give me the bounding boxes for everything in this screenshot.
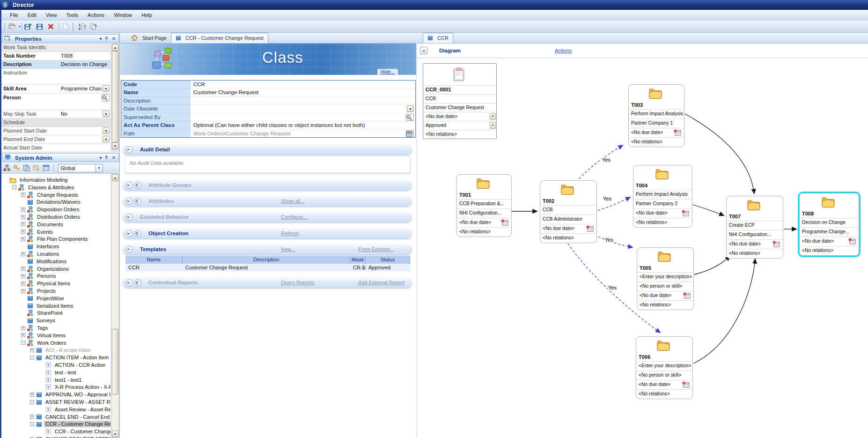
tree-scrollbar[interactable]: ▲▼: [111, 174, 119, 438]
tree-item-action-item-action-item[interactable]: -ACTION ITEM - Action Item: [30, 354, 110, 361]
tab-ccr[interactable]: CCR: [423, 33, 453, 43]
tree-item-action-ccr-action[interactable]: TACTION - CCR Action: [39, 361, 107, 369]
toolbar-delete-button[interactable]: [46, 22, 57, 31]
tree-item-ccr-customer-change-reques[interactable]: -CCR - Customer Change Reques: [30, 420, 110, 428]
field-value[interactable]: ▼: [191, 105, 415, 113]
menu-actions[interactable]: Actions: [83, 11, 109, 19]
new-link[interactable]: New...: [281, 246, 295, 252]
diagram-node-t001[interactable]: T001CCB Preparation &...NHI Configuratio…: [456, 174, 512, 237]
toolbar-new-page-button[interactable]: [60, 22, 72, 31]
expand-icon[interactable]: +: [21, 289, 25, 293]
tree-item-cancel-end-cancel-end[interactable]: +CANCEL END - Cancel End: [30, 413, 110, 421]
scope-select[interactable]: Global▼: [58, 164, 103, 172]
field-value[interactable]: Optional (Can have either child classes …: [191, 121, 415, 130]
field-value[interactable]: CCR: [191, 81, 415, 89]
panel-menu-button[interactable]: ▾: [97, 36, 104, 42]
toolbar-renumber-button[interactable]: 12: [77, 22, 88, 31]
property-value[interactable]: [59, 94, 110, 110]
expand-icon[interactable]: +: [21, 193, 25, 197]
tree-item-file-plan-components[interactable]: +File Plan Components: [21, 235, 89, 243]
expand-icon[interactable]: +: [21, 282, 25, 286]
expand-icon[interactable]: +: [21, 237, 25, 241]
from-existing-link[interactable]: From Existing...: [358, 246, 394, 252]
column-header-mask[interactable]: Mask: [350, 256, 366, 264]
diagram-node-t004[interactable]: T004Perform Impact AnalysisPartner Compa…: [633, 165, 692, 228]
column-header-description[interactable]: Description: [183, 256, 350, 264]
close-panel-button[interactable]: ✕: [110, 155, 117, 161]
toolbar-save-button[interactable]: [35, 22, 46, 31]
open-grid-button[interactable]: [406, 130, 414, 137]
column-header-status[interactable]: Status: [366, 256, 410, 264]
configure-link[interactable]: Configure...: [281, 214, 308, 220]
hide-link[interactable]: Hide...: [377, 69, 398, 75]
add-external-report-link[interactable]: Add External Report: [358, 280, 405, 285]
expand-icon[interactable]: +: [21, 333, 25, 337]
expand-button[interactable]: [126, 279, 133, 286]
tree-item-disposition-orders[interactable]: +Disposition Orders: [21, 206, 81, 213]
scroll-down-button[interactable]: ▼: [112, 431, 118, 438]
menu-file[interactable]: File: [5, 11, 23, 19]
collapse-button[interactable]: [126, 146, 133, 153]
properties-scrollbar[interactable]: ▲▼: [111, 44, 119, 150]
tree-item-asset-review-asset-review[interactable]: -ASSET REVIEW - ASSET REVIEW: [30, 398, 110, 406]
expand-icon[interactable]: +: [30, 415, 34, 419]
tree-item-persons[interactable]: +Persons: [21, 272, 57, 280]
expand-button[interactable]: [126, 182, 133, 189]
expand-icon[interactable]: +: [21, 208, 25, 212]
tree-item-test-test[interactable]: Ttest - test: [39, 369, 77, 376]
admin-hierarchy-button[interactable]: [3, 163, 13, 172]
menu-view[interactable]: View: [41, 11, 62, 19]
property-value[interactable]: ▼: [59, 127, 110, 135]
expand-icon[interactable]: +: [21, 252, 25, 256]
tree-item-projects[interactable]: +Projects: [21, 287, 57, 295]
field-value[interactable]: Customer Change Request: [191, 89, 415, 97]
panel-menu-button[interactable]: ▾: [97, 155, 104, 161]
tree-item-organizations[interactable]: +Organizations: [21, 265, 70, 273]
collapse-panel-button[interactable]: «: [420, 47, 427, 54]
close-panel-button[interactable]: ✕: [110, 36, 117, 42]
tree-item-surveys[interactable]: Surveys: [21, 317, 57, 324]
tree-item-sharepoint[interactable]: SharePoint: [21, 309, 64, 317]
collapse-icon[interactable]: -: [30, 422, 34, 426]
toolbar-refresh-data-button[interactable]: [88, 22, 100, 31]
search-button[interactable]: [406, 114, 414, 121]
tree-item-x-r-process-action-x-r-pro[interactable]: TX-R Process Action - X-R Pro: [39, 383, 110, 391]
menu-help[interactable]: Help: [137, 11, 157, 19]
tree-item-distribution-orders[interactable]: +Distribution Orders: [21, 213, 81, 221]
scroll-thumb[interactable]: [112, 329, 118, 394]
dropdown-button[interactable]: ▼: [103, 127, 110, 134]
refresh-link[interactable]: Refresh: [281, 230, 299, 236]
scroll-up-button[interactable]: ▲: [112, 174, 118, 181]
diagram-node-t007[interactable]: T007Create ECPNHI Configuration...<No du…: [726, 196, 783, 259]
actions-link[interactable]: Actions: [555, 48, 572, 53]
diagram-node-ccr-0001[interactable]: CCR_0001CCRCustomer Change Request<No du…: [423, 63, 497, 139]
property-value[interactable]: [59, 144, 110, 152]
dropdown-button[interactable]: ▼: [490, 122, 496, 129]
scroll-down-button[interactable]: ▼: [112, 142, 118, 149]
field-value[interactable]: [191, 97, 415, 105]
diagram-node-t006[interactable]: T006<Enter your description><No person o…: [636, 336, 693, 399]
admin-table-data-button[interactable]: [42, 163, 52, 172]
dropdown-arrow-icon[interactable]: ▼: [95, 164, 103, 172]
expand-button[interactable]: [126, 198, 133, 205]
collapse-icon[interactable]: -: [21, 341, 25, 345]
search-button[interactable]: [102, 94, 110, 102]
menu-tools[interactable]: Tools: [61, 11, 83, 19]
tree-item-ccr-customer-change-re[interactable]: TCCR - Customer Change Re: [39, 428, 110, 435]
tree-item-information-modeling[interactable]: Information Modeling: [3, 176, 69, 184]
tree-item-interfaces[interactable]: Interfaces: [21, 243, 60, 250]
expand-button[interactable]: [126, 214, 133, 221]
dropdown-button[interactable]: ▼: [103, 111, 110, 117]
toolbar-save-new-button[interactable]: [23, 22, 35, 31]
diagram-node-t008[interactable]: T008Decision on ChangeProgramme Change..…: [799, 193, 859, 256]
tree-item-change-request-approval[interactable]: -CHANGE REQUEST APPROVAL: [30, 435, 110, 438]
tab-start-page[interactable]: Start Page: [126, 33, 171, 43]
pin-icon[interactable]: [104, 155, 110, 161]
tree-item-physical-items[interactable]: +Physical Items: [21, 280, 72, 287]
show-all-link[interactable]: Show all...: [281, 198, 305, 204]
expand-icon[interactable]: +: [21, 215, 25, 219]
field-value[interactable]: [191, 113, 415, 121]
admin-form-edit-button[interactable]: [32, 163, 42, 172]
field-value[interactable]: Work Orders\Customer Change Request: [191, 130, 415, 137]
tree-item-asset-review-asset-review[interactable]: TAsset Review - Asset Review: [39, 406, 110, 413]
